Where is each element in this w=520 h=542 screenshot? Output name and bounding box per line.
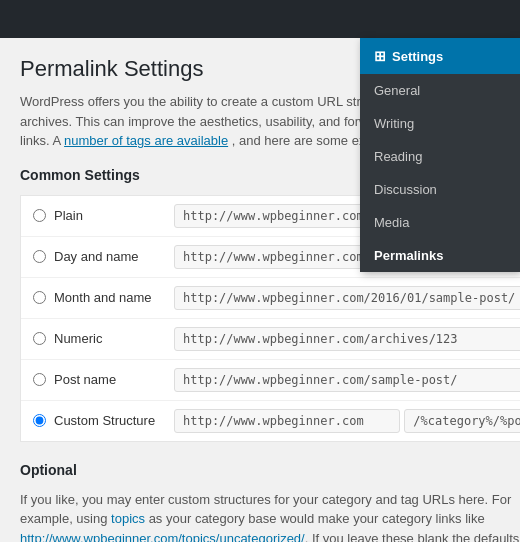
custom-structure-row: Custom Structure http://www.wpbeginner.c… (21, 401, 520, 441)
month-and-name-radio[interactable] (33, 291, 46, 304)
day-and-name-label: Day and name (54, 249, 174, 264)
custom-structure-radio[interactable] (33, 414, 46, 427)
optional-section: Optional If you like, you may enter cust… (20, 462, 520, 543)
nav-item-general[interactable]: General (360, 74, 520, 107)
tags-link[interactable]: number of tags are available (64, 133, 228, 148)
nav-header: ⊞ Settings (360, 38, 520, 74)
top-bar (0, 0, 520, 38)
nav-header-label: Settings (392, 49, 443, 64)
settings-icon: ⊞ (374, 48, 386, 64)
nav-item-discussion[interactable]: Discussion (360, 173, 520, 206)
plain-label: Plain (54, 208, 174, 223)
plain-radio[interactable] (33, 209, 46, 222)
numeric-url: http://www.wpbeginner.com/archives/123 (174, 327, 520, 351)
nav-item-writing[interactable]: Writing (360, 107, 520, 140)
month-and-name-row: Month and name http://www.wpbeginner.com… (21, 278, 520, 319)
settings-nav-dropdown: ⊞ Settings General Writing Reading Discu… (360, 38, 520, 272)
optional-paragraph: If you like, you may enter custom struct… (20, 490, 520, 543)
nav-item-permalinks[interactable]: Permalinks (360, 239, 520, 272)
topics-link[interactable]: topics (111, 511, 145, 526)
numeric-label: Numeric (54, 331, 174, 346)
post-name-label: Post name (54, 372, 174, 387)
month-and-name-url: http://www.wpbeginner.com/2016/01/sample… (174, 286, 520, 310)
day-and-name-radio[interactable] (33, 250, 46, 263)
custom-structure-base-url: http://www.wpbeginner.com (174, 409, 400, 433)
nav-item-media[interactable]: Media (360, 206, 520, 239)
post-name-radio[interactable] (33, 373, 46, 386)
custom-structure-tag-url[interactable]: /%category%/%postname%/ (404, 409, 520, 433)
optional-text-2: as your category base would make your ca… (145, 511, 485, 526)
month-and-name-label: Month and name (54, 290, 174, 305)
custom-structure-label: Custom Structure (54, 413, 174, 428)
optional-title: Optional (20, 462, 520, 478)
nav-item-reading[interactable]: Reading (360, 140, 520, 173)
numeric-row: Numeric http://www.wpbeginner.com/archiv… (21, 319, 520, 360)
post-name-row: Post name http://www.wpbeginner.com/samp… (21, 360, 520, 401)
optional-url-link[interactable]: http://www.wpbeginner.com/topics/uncateg… (20, 531, 305, 543)
post-name-url: http://www.wpbeginner.com/sample-post/ (174, 368, 520, 392)
numeric-radio[interactable] (33, 332, 46, 345)
